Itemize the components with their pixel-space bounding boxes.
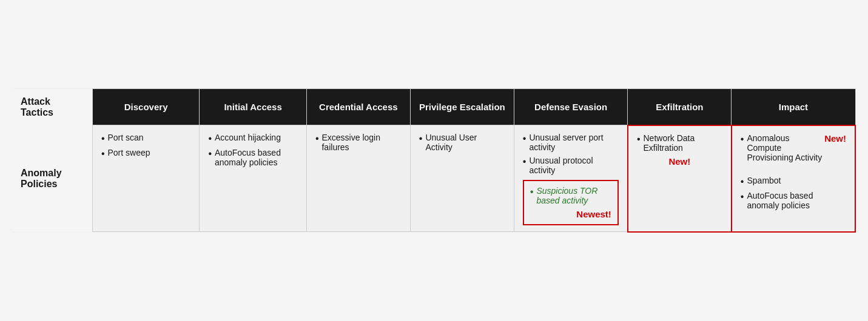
- attack-tactics-label: Attack Tactics: [12, 89, 92, 125]
- list-item: AutoFocus based anomaly policies: [741, 191, 846, 210]
- newest-badge: Newest!: [530, 209, 611, 219]
- list-item: Account hijacking: [208, 133, 298, 144]
- list-item: Unusual server port activity: [523, 133, 619, 152]
- tor-item: Suspicious TOR based activity: [530, 186, 611, 205]
- initial-access-header: Initial Access: [200, 89, 307, 125]
- exfiltration-header: Exfiltration: [628, 89, 732, 125]
- discovery-header: Discovery: [92, 89, 200, 125]
- impact-new-badge: New!: [824, 133, 846, 144]
- list-item: Port sweep: [101, 148, 191, 159]
- credential-access-cell: Excessive login failures: [306, 125, 410, 232]
- list-item: Port scan: [101, 133, 191, 144]
- attack-tactics-table: Attack Tactics Discovery Initial Access …: [12, 88, 856, 233]
- defense-evasion-cell: Unusual server port activity Unusual pro…: [514, 125, 628, 232]
- exfiltration-new-badge: New!: [668, 156, 690, 167]
- initial-access-cell: Account hijacking AutoFocus based anomal…: [200, 125, 307, 232]
- impact-cell: Anomalous Compute Provisioning Activity …: [732, 125, 855, 232]
- anomaly-policies-label: Anomaly Policies: [12, 125, 92, 232]
- defense-evasion-header: Defense Evasion: [514, 89, 628, 125]
- impact-header: Impact: [732, 89, 855, 125]
- discovery-cell: Port scan Port sweep: [92, 125, 200, 232]
- exfiltration-cell: Network Data Exfiltration New!: [628, 125, 732, 232]
- credential-access-header: Credential Access: [306, 89, 410, 125]
- list-item: Network Data Exfiltration: [637, 133, 722, 153]
- list-item: Excessive login failures: [315, 133, 402, 152]
- privilege-escalation-cell: Unusual User Activity: [410, 125, 514, 232]
- list-item: Unusual protocol activity: [523, 156, 619, 175]
- privilege-escalation-header: Privilege Escalation: [410, 89, 514, 125]
- list-item: Unusual User Activity: [419, 133, 505, 152]
- list-item: Spambot: [741, 176, 846, 187]
- list-item: AutoFocus based anomaly policies: [208, 148, 298, 167]
- list-item: Anomalous Compute Provisioning Activity …: [741, 133, 846, 172]
- tor-bordered-box: Suspicious TOR based activity Newest!: [523, 180, 619, 225]
